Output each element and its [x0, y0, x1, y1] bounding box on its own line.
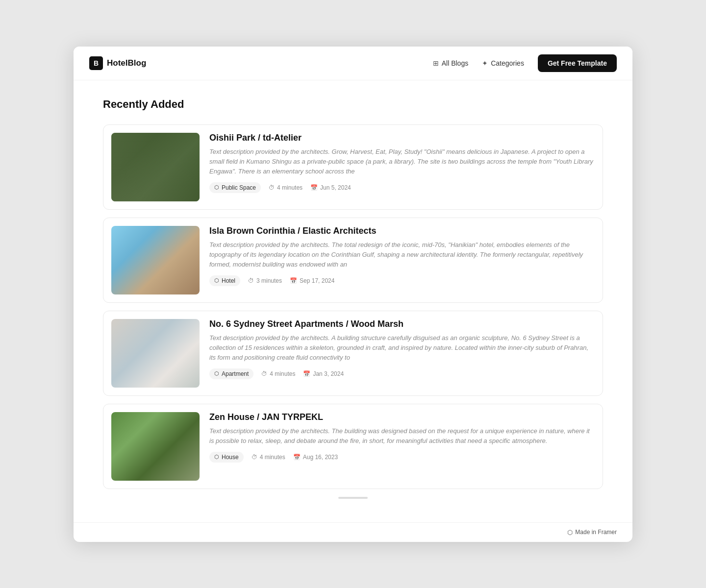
framer-icon: ⬡ [567, 529, 573, 536]
blog-meta: ⬡ Public Space ⏱ 4 minutes 📅 Jun 5, 2024 [209, 182, 595, 193]
clock-icon: ⏱ [252, 454, 257, 461]
footer-area: ⬡ Made in Framer [74, 522, 632, 542]
blog-image [111, 226, 200, 294]
blog-image [111, 133, 200, 201]
blog-title: Isla Brown Corinthia / Elastic Architect… [209, 226, 595, 236]
blog-image [111, 412, 200, 481]
blog-meta: ⬡ Apartment ⏱ 4 minutes 📅 Jan 3, 2024 [209, 368, 595, 379]
get-template-button[interactable]: Get Free Template [538, 54, 617, 72]
tag-icon: ⬡ [214, 277, 219, 284]
blog-content: Oishii Park / td-Atelier Text descriptio… [209, 133, 595, 193]
logo-area: B HotelBlog [89, 56, 146, 70]
navbar: B HotelBlog ⊞ All Blogs ✦ Categories Get… [74, 47, 632, 80]
calendar-icon: 📅 [290, 277, 297, 284]
tag-icon: ⬡ [214, 184, 219, 191]
category-tag[interactable]: ⬡ Apartment [209, 368, 253, 379]
logo-icon: B [89, 56, 103, 70]
category-tag[interactable]: ⬡ Public Space [209, 182, 261, 193]
read-time: ⏱ 4 minutes [252, 454, 285, 461]
tag-label: Public Space [222, 184, 256, 191]
tag-label: Apartment [222, 370, 249, 377]
clock-icon: ⏱ [261, 370, 267, 377]
logo-text: HotelBlog [107, 58, 146, 68]
post-date: 📅 Jun 5, 2024 [310, 184, 351, 191]
main-content: Recently Added Oishii Park / td-Atelier … [74, 80, 632, 522]
blog-image [111, 319, 200, 388]
blog-card[interactable]: Oishii Park / td-Atelier Text descriptio… [103, 124, 603, 210]
calendar-icon: 📅 [293, 454, 301, 461]
category-tag[interactable]: ⬡ Hotel [209, 275, 240, 286]
made-in-framer: ⬡ Made in Framer [567, 529, 617, 536]
blog-title: Zen House / JAN TYRPEKL [209, 412, 595, 422]
blog-content: Isla Brown Corinthia / Elastic Architect… [209, 226, 595, 286]
calendar-icon: 📅 [303, 370, 310, 377]
blog-title: Oishii Park / td-Atelier [209, 133, 595, 143]
blog-meta: ⬡ House ⏱ 4 minutes 📅 Aug 16, 2023 [209, 452, 595, 463]
tag-icon: ⬡ [214, 454, 219, 460]
grid-icon: ⊞ [433, 59, 439, 67]
nav-right: ⊞ All Blogs ✦ Categories Get Free Templa… [433, 54, 617, 72]
all-blogs-link[interactable]: ⊞ All Blogs [433, 59, 468, 67]
pagination-area [103, 489, 603, 503]
category-tag[interactable]: ⬡ House [209, 452, 244, 463]
clock-icon: ⏱ [269, 184, 275, 191]
tag-label: House [222, 454, 239, 461]
post-date: 📅 Jan 3, 2024 [303, 370, 344, 377]
post-date: 📅 Sep 17, 2024 [290, 277, 334, 284]
blog-description: Text description provided by the archite… [209, 426, 595, 446]
section-title: Recently Added [103, 98, 603, 111]
blog-content: Zen House / JAN TYRPEKL Text description… [209, 412, 595, 463]
blog-title: No. 6 Sydney Street Apartments / Wood Ma… [209, 319, 595, 329]
pagination-bar [338, 497, 368, 499]
browser-window: B HotelBlog ⊞ All Blogs ✦ Categories Get… [74, 47, 632, 542]
clock-icon: ⏱ [248, 277, 254, 284]
blog-card[interactable]: No. 6 Sydney Street Apartments / Wood Ma… [103, 311, 603, 396]
blog-description: Text description provided by the archite… [209, 147, 595, 176]
blog-content: No. 6 Sydney Street Apartments / Wood Ma… [209, 319, 595, 379]
categories-link[interactable]: ✦ Categories [482, 59, 524, 67]
tag-label: Hotel [222, 277, 235, 284]
calendar-icon: 📅 [310, 184, 318, 191]
blog-list: Oishii Park / td-Atelier Text descriptio… [103, 124, 603, 489]
blog-card[interactable]: Zen House / JAN TYRPEKL Text description… [103, 404, 603, 489]
blog-card[interactable]: Isla Brown Corinthia / Elastic Architect… [103, 218, 603, 303]
tag-icon: ⬡ [214, 370, 219, 377]
read-time: ⏱ 4 minutes [261, 370, 295, 377]
categories-icon: ✦ [482, 59, 488, 67]
blog-meta: ⬡ Hotel ⏱ 3 minutes 📅 Sep 17, 2024 [209, 275, 595, 286]
post-date: 📅 Aug 16, 2023 [293, 454, 338, 461]
blog-description: Text description provided by the archite… [209, 333, 595, 363]
blog-description: Text description provided by the archite… [209, 240, 595, 270]
read-time: ⏱ 3 minutes [248, 277, 282, 284]
read-time: ⏱ 4 minutes [269, 184, 303, 191]
